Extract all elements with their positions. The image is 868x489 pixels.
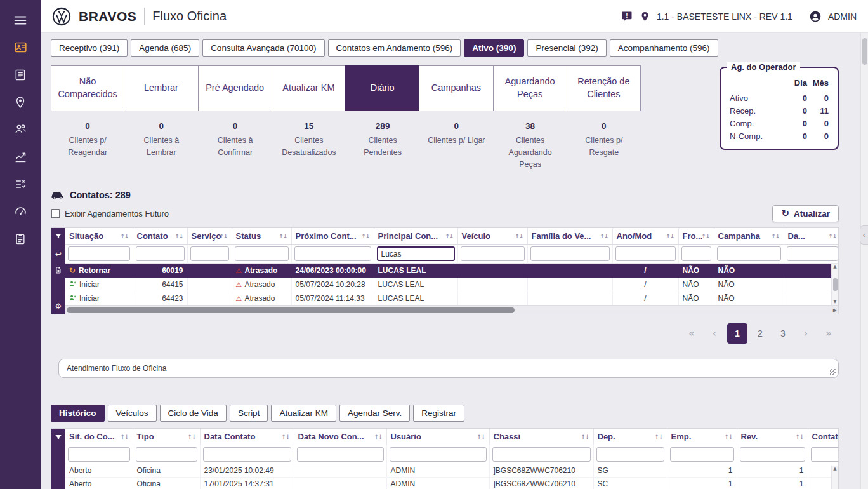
column-campanha[interactable]: ↑↓Campanha [714,228,784,245]
detail-tab-atualizar-km[interactable]: Atualizar KM [271,405,336,422]
column-status[interactable]: ↑↓Status [232,228,291,245]
user-avatar-icon[interactable] [809,10,822,23]
sidebar-form-button[interactable] [6,61,34,88]
sidebar-gauge-button[interactable] [6,198,34,225]
card-aguardando-pecas[interactable]: Aguardando Peças [493,65,567,111]
filter-ano-mod[interactable] [615,246,676,261]
export-document-icon[interactable] [51,264,65,278]
filter-veiculo[interactable] [461,246,525,261]
history-filter-chassi[interactable] [492,447,591,462]
column-principal-con[interactable]: ↑↓Principal Con... [374,228,457,245]
detail-tab-agendar-serv[interactable]: Agendar Serv. [339,405,410,422]
column-data-contato[interactable]: ↑↓Data Contato [200,429,294,445]
next-page-button[interactable]: › [796,323,816,344]
card-retencao-de-clientes[interactable]: Retenção de Clientes [567,65,641,111]
history-filter-tipo[interactable] [136,447,197,462]
filter-situacao[interactable] [68,246,130,261]
page-1[interactable]: 1 [727,323,747,344]
tab-presencial-392[interactable]: Presencial (392) [527,39,606,57]
filter-campanha[interactable] [717,246,781,261]
history-row[interactable]: AbertoOficina23/01/2025 10:02:49ADMIN]BG… [65,464,838,478]
filter-status[interactable] [235,246,289,261]
contact-row[interactable]: Iniciar64423⚠Atrasado05/07/2024 11:14:33… [65,291,838,305]
column-veiculo[interactable]: ↑↓Veículo [457,228,527,245]
detail-tab-registrar[interactable]: Registrar [413,405,464,422]
filter-contato[interactable] [136,246,185,261]
column-contato[interactable]: ↑↓Contato [808,429,838,445]
sidebar-users-button[interactable] [6,116,34,143]
filter-fro[interactable] [681,246,711,261]
column-familia-do-ve[interactable]: ↑↓Família do Ve... [527,228,612,245]
column-emp[interactable]: ↑↓Emp. [667,429,737,445]
refresh-button[interactable]: ↻ Atualizar [772,205,839,222]
filter-icon[interactable] [51,228,65,245]
tab-receptivo-391[interactable]: Receptivo (391) [51,39,128,57]
history-filter-contato[interactable] [811,447,839,462]
undo-icon[interactable]: ↩ [51,245,65,264]
detail-tab-script[interactable]: Script [230,405,268,422]
alert-message-icon[interactable]: ! [621,10,633,23]
scroll-thumb[interactable] [833,278,838,291]
filter-icon[interactable] [51,429,65,446]
contact-row[interactable]: ↻Retornar60019⚠Atrasado24/06/2023 00:00:… [65,264,838,278]
tab-consulta-avancada-70100[interactable]: Consulta Avançada (70100) [202,39,324,57]
column-dep[interactable]: ↑↓Dep. [593,429,667,445]
page-scroll-thumb[interactable] [862,38,867,65]
detail-tab-veiculos[interactable]: Veículos [108,405,157,422]
history-filter-sit-do-co[interactable] [68,447,130,462]
history-table-vscrollbar[interactable]: ▲ [831,466,838,489]
sidebar-tasks-button[interactable] [6,170,34,198]
prev-page-button[interactable]: ‹ [704,323,725,344]
future-appointments-checkbox[interactable] [51,209,60,218]
last-page-button[interactable]: » [819,323,839,344]
scroll-up-icon[interactable]: ▲ [833,264,836,269]
history-filter-rev[interactable] [740,447,805,462]
sidebar-id-card-button[interactable] [6,34,34,61]
contact-row[interactable]: Iniciar64415⚠Atrasado05/07/2024 10:20:28… [65,278,838,291]
detail-tab-ciclo-de-vida[interactable]: Ciclo de Vida [160,405,227,422]
first-page-button[interactable]: « [681,323,702,344]
history-filter-data-novo-con[interactable] [297,447,384,462]
column-proximo-cont[interactable]: ↑↓Próximo Cont... [291,228,374,245]
scroll-up-icon[interactable]: ▲ [833,466,836,471]
column-usuario[interactable]: ↑↓Usuário [386,429,489,445]
sidebar-map-pin-button[interactable] [6,88,34,116]
detail-tab-historico[interactable]: Histórico [51,405,105,422]
column-chassi[interactable]: ↑↓Chassi [489,429,593,445]
history-filter-emp[interactable] [670,447,734,462]
filter-da[interactable] [787,246,838,261]
sidebar-menu-button[interactable] [6,6,34,34]
card-diario[interactable]: Diário [345,65,419,111]
column-contato[interactable]: ↑↓Contato [133,228,187,245]
contacts-table-hscrollbar[interactable]: ▶ [65,305,838,314]
filter-familia-do-ve[interactable] [530,246,610,261]
column-da[interactable]: ↑↓Da... [784,228,838,245]
card-nao-comparecidos[interactable]: Não Comparecidos [51,65,124,111]
sidebar-chart-button[interactable] [6,143,34,170]
location-icon[interactable] [640,10,650,23]
settings-gear-icon[interactable]: ⚙ [51,299,65,313]
hscroll-thumb[interactable] [67,307,515,313]
scroll-right-icon[interactable]: ▶ [833,307,837,313]
tab-contatos-em-andamento-596[interactable]: Contatos em Andamento (596) [328,39,461,57]
column-rev[interactable]: ↑↓Rev. [737,429,808,445]
tab-ativo-390[interactable]: Ativo (390) [464,39,524,57]
history-filter-data-contato[interactable] [203,447,291,462]
service-note-input[interactable] [58,359,839,378]
page-scrollbar[interactable] [860,33,868,489]
page-3[interactable]: 3 [773,323,793,344]
column-sit-do-co[interactable]: ↑↓Sit. do Co... [65,429,133,445]
sidebar-clipboard-button[interactable] [6,225,34,252]
tab-acompanhamento-596[interactable]: Acompanhamento (596) [610,39,718,57]
card-atualizar-km[interactable]: Atualizar KM [272,65,346,111]
history-filter-dep[interactable] [596,447,664,462]
column-data-novo-con[interactable]: ↑↓Data Novo Con... [294,429,386,445]
card-lembrar[interactable]: Lembrar [124,65,198,111]
scroll-down-icon[interactable]: ▼ [833,299,836,304]
column-situacao[interactable]: ↑↓Situação [65,228,133,245]
tab-agenda-685[interactable]: Agenda (685) [131,39,199,57]
column-tipo[interactable]: ↑↓Tipo [133,429,200,445]
column-servico[interactable]: ↑↓Serviço [187,228,232,245]
column-fro[interactable]: ↑↓Fro... [678,228,714,245]
page-2[interactable]: 2 [750,323,770,344]
